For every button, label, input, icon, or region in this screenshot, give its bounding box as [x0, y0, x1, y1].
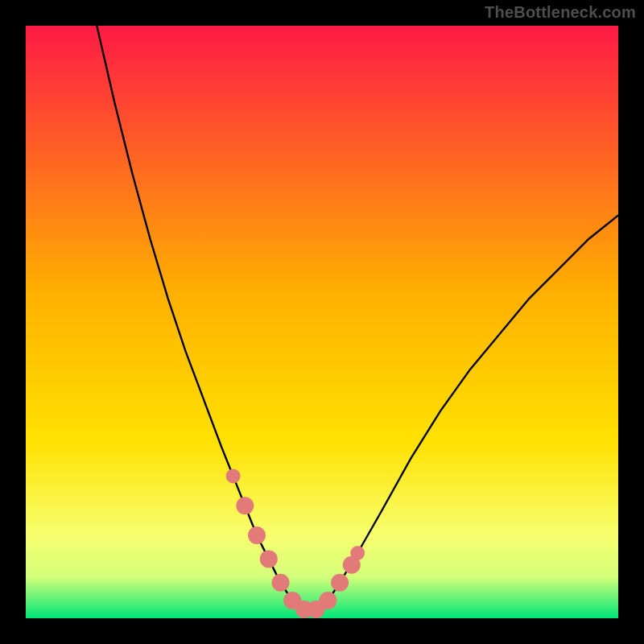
marker-dot	[331, 574, 349, 592]
plot-area	[26, 26, 618, 618]
gradient-background	[26, 26, 618, 618]
marker-dot	[226, 469, 241, 483]
marker-dot	[272, 574, 290, 592]
marker-dot	[350, 546, 365, 560]
marker-dot	[236, 497, 254, 514]
marker-dot	[248, 526, 266, 544]
marker-dot	[319, 592, 336, 609]
watermark-text: TheBottleneck.com	[485, 3, 636, 22]
chart-frame: { "watermark": "TheBottleneck.com", "col…	[0, 0, 644, 644]
marker-dot	[260, 550, 278, 568]
bottleneck-chart	[26, 26, 618, 618]
